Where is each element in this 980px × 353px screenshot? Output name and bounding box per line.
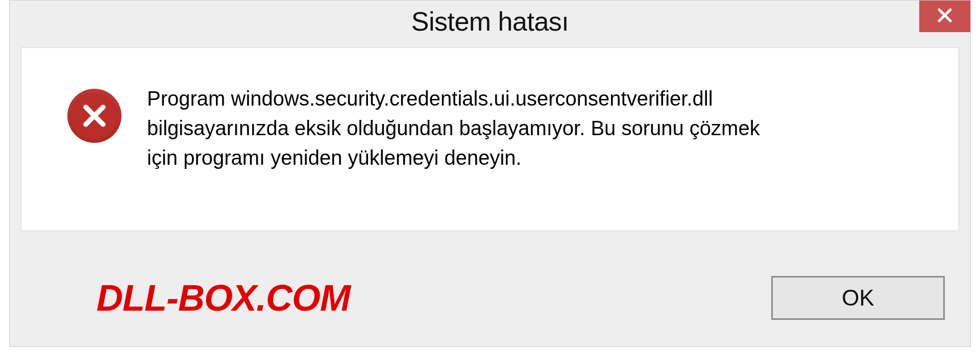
dialog-title: Sistem hatası (411, 6, 569, 37)
close-button[interactable] (919, 1, 970, 32)
watermark-text: DLL-BOX.COM (96, 277, 350, 319)
content-panel: Program windows.security.credentials.ui.… (21, 47, 959, 231)
dialog-footer: DLL-BOX.COM OK (10, 249, 970, 346)
error-message: Program windows.security.credentials.ui.… (147, 84, 938, 172)
titlebar: Sistem hatası (10, 1, 970, 42)
ok-button[interactable]: OK (771, 276, 945, 320)
close-icon (935, 6, 954, 27)
error-icon (67, 89, 121, 143)
error-dialog: Sistem hatası Program windows.security.c… (9, 0, 971, 347)
